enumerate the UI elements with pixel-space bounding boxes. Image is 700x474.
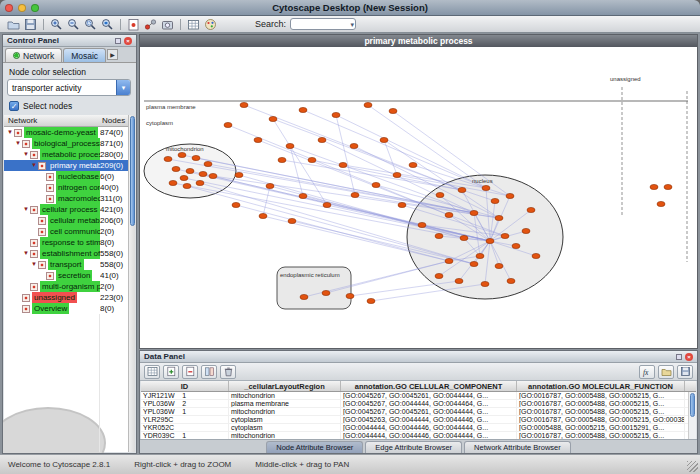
control-panel-close-icon[interactable]: × xyxy=(124,37,132,45)
network-node[interactable] xyxy=(322,290,330,295)
table-cell[interactable]: mitochondrion xyxy=(229,392,341,399)
tree-row[interactable]: ▼mosaic-demo-yeast874(0) xyxy=(4,127,128,138)
zoom-fit-button[interactable] xyxy=(99,17,116,32)
table-row[interactable]: YPL036W__2plasma membrane[GO:0045267, GO… xyxy=(141,400,696,408)
snapshot-button[interactable] xyxy=(159,17,176,32)
tree-row[interactable]: ▼cellular process421(0) xyxy=(4,204,128,215)
tree-expand-icon[interactable]: ▼ xyxy=(14,138,22,149)
network-node[interactable] xyxy=(364,102,372,107)
tree-column-nodes[interactable]: Nodes xyxy=(102,115,125,127)
table-cell[interactable]: YJR121W__1 xyxy=(141,392,229,399)
table-row[interactable]: YLR295Ccytoplasm[GO:0045263, GO:0044444,… xyxy=(141,416,696,424)
network-node[interactable] xyxy=(436,192,444,197)
tab-overflow-button[interactable]: ▶ xyxy=(107,49,118,60)
table-row[interactable]: YPL036W__1mitochondrion[GO:0045267, GO:0… xyxy=(141,408,696,416)
network-node[interactable] xyxy=(350,143,358,148)
network-edge[interactable] xyxy=(336,115,486,188)
network-edge[interactable] xyxy=(368,105,486,188)
network-node[interactable] xyxy=(288,218,296,223)
network-node[interactable] xyxy=(455,278,463,283)
network-node[interactable] xyxy=(482,185,490,190)
tree-row[interactable]: macromolecule...311(0) xyxy=(4,193,128,204)
tree-row[interactable]: response to stimul...8(0) xyxy=(4,237,128,248)
network-node[interactable] xyxy=(664,184,672,189)
table-cell[interactable]: [GO:0016787, GO:0005488, GO:0005215, GO:… xyxy=(517,416,685,423)
network-node[interactable] xyxy=(164,156,172,161)
network-node[interactable] xyxy=(339,162,347,167)
create-attribute-button[interactable] xyxy=(163,365,179,379)
network-node[interactable] xyxy=(318,137,326,142)
zoom-selected-button[interactable] xyxy=(82,17,99,32)
network-node[interactable] xyxy=(278,157,286,162)
network-node[interactable] xyxy=(470,261,478,266)
tree-row[interactable]: Overview8(0) xyxy=(4,303,128,314)
network-node[interactable] xyxy=(393,172,401,177)
table-cell[interactable]: [GO:0045267, GO:0044444, GO:0044464, G..… xyxy=(341,400,517,407)
formula-builder-button[interactable]: fx xyxy=(639,365,655,379)
network-node[interactable] xyxy=(650,184,658,189)
search-dropdown-icon[interactable]: ▾ xyxy=(351,19,355,30)
network-edge[interactable] xyxy=(336,115,355,195)
network-node[interactable] xyxy=(235,172,243,177)
select-nodes-checkbox[interactable]: ✓ xyxy=(9,101,19,111)
network-node[interactable] xyxy=(495,263,503,268)
attribute-browser-tab[interactable]: Node Attribute Browser xyxy=(266,441,363,453)
network-node[interactable] xyxy=(332,112,340,117)
table-row[interactable]: YDR039C__1mitochondrion[GO:0044444, GO:0… xyxy=(141,432,696,439)
network-node[interactable] xyxy=(501,233,509,238)
table-cell[interactable]: [GO:0044444, GO:0044446, GO:0044444, G..… xyxy=(341,424,517,431)
network-node[interactable] xyxy=(389,108,397,113)
network-node[interactable] xyxy=(418,222,426,227)
tree-expand-icon[interactable]: ▼ xyxy=(30,160,38,171)
zoom-out-button[interactable] xyxy=(65,17,82,32)
float-panel-icon[interactable] xyxy=(676,354,682,360)
tree-expand-icon[interactable]: ▼ xyxy=(30,259,38,270)
tree-row[interactable]: unassigned223(0) xyxy=(4,292,128,303)
network-node[interactable] xyxy=(240,102,248,107)
save-file-button[interactable] xyxy=(22,17,39,32)
network-node[interactable] xyxy=(169,180,177,185)
network-node[interactable] xyxy=(209,173,217,178)
network-node[interactable] xyxy=(178,152,186,157)
table-cell[interactable]: YPL036W__2 xyxy=(141,400,229,407)
network-node[interactable] xyxy=(398,202,406,207)
tree-row[interactable]: ▼transport558(0) xyxy=(4,259,128,270)
network-node[interactable] xyxy=(300,294,308,299)
network-node[interactable] xyxy=(180,175,188,180)
network-edge[interactable] xyxy=(290,146,474,213)
table-cell[interactable]: YPL036W__1 xyxy=(141,408,229,415)
table-cell[interactable]: YDR039C__1 xyxy=(141,432,229,439)
network-node[interactable] xyxy=(470,210,478,215)
tree-row[interactable]: nucleobase...6(0) xyxy=(4,171,128,182)
network-node[interactable] xyxy=(172,166,180,171)
tree-scrollbar[interactable] xyxy=(128,115,135,452)
network-node[interactable] xyxy=(445,212,453,217)
first-neighbors-button[interactable] xyxy=(142,17,159,32)
attribute-browser-tab[interactable]: Edge Attribute Browser xyxy=(365,441,462,453)
network-node[interactable] xyxy=(507,278,515,283)
network-node[interactable] xyxy=(224,122,232,127)
network-node[interactable] xyxy=(527,207,535,212)
network-node[interactable] xyxy=(199,171,207,176)
network-edge[interactable] xyxy=(384,140,397,175)
network-node[interactable] xyxy=(186,168,194,173)
table-scrollbar-thumb[interactable] xyxy=(690,393,695,417)
tree-scrollbar-thumb[interactable] xyxy=(130,116,135,226)
tab-mosaic[interactable]: Mosaic xyxy=(63,48,106,62)
tab-network[interactable]: Network xyxy=(5,48,62,62)
tree-row[interactable]: cellular metabo...206(0) xyxy=(4,215,128,226)
tree-expand-icon[interactable]: ▼ xyxy=(22,149,30,160)
tree-row[interactable]: nitrogen compo...40(0) xyxy=(4,182,128,193)
table-row[interactable]: YJR121W__1mitochondrion[GO:0045267, GO:0… xyxy=(141,392,696,400)
network-canvas[interactable]: plasma membranecytoplasmmitochondrionnuc… xyxy=(140,47,697,348)
table-cell[interactable]: YKR052C xyxy=(141,424,229,431)
tree-expand-icon[interactable]: ▼ xyxy=(6,127,14,138)
vizmapper-button[interactable] xyxy=(202,17,219,32)
table-scrollbar[interactable] xyxy=(688,392,696,439)
network-node[interactable] xyxy=(435,233,443,238)
network-node[interactable] xyxy=(266,183,274,188)
network-node[interactable] xyxy=(532,253,540,258)
export-attributes-button[interactable] xyxy=(677,365,693,379)
network-node[interactable] xyxy=(254,137,262,142)
network-node[interactable] xyxy=(495,215,503,220)
